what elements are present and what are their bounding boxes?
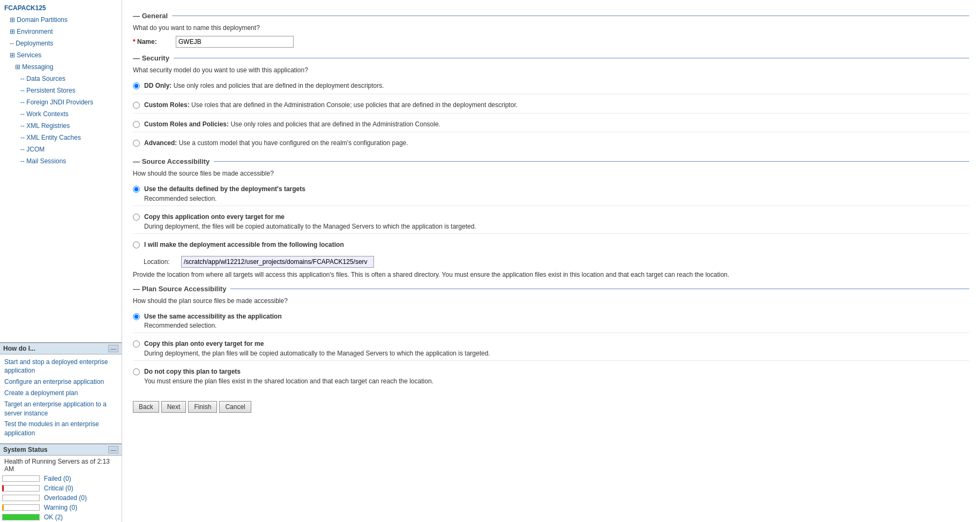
source-section-title: — Source Accessibility [133, 157, 214, 165]
security-radio-sec_advanced[interactable] [133, 140, 140, 147]
source-sublabel-src_defaults: Recommended selection. [144, 195, 305, 202]
plan-radio-plan_same[interactable] [133, 313, 140, 320]
source-option-src_copy: Copy this application onto every target … [133, 209, 969, 234]
howdoi-panel: How do I... — Start and stop a deployed … [0, 343, 122, 444]
source-radio-src_copy[interactable] [133, 214, 140, 221]
security-label-sec_advanced: Advanced: Use a custom model that you ha… [144, 139, 408, 148]
tree-item-messaging[interactable]: ⊞ Messaging [0, 61, 122, 73]
security-label-sec_custom_roles: Custom Roles: Use roles that are defined… [144, 101, 518, 110]
plan-radio-plan_copy[interactable] [133, 341, 140, 347]
main-content: — General What do you want to name this … [122, 0, 980, 522]
security-section-line [174, 58, 969, 58]
security-label-sec_custom_roles_policies: Custom Roles and Policies: Use only role… [144, 120, 440, 129]
security-section-title: — Security [133, 54, 174, 62]
status-label[interactable]: Warning (0) [42, 503, 122, 512]
security-option-sec_custom_roles: Custom Roles: Use roles that are defined… [133, 97, 969, 114]
plan-sublabel-plan_same: Recommended selection. [144, 322, 282, 329]
plan-option-plan_same: Use the same accessibility as the applic… [133, 309, 969, 334]
tree-item-work-contexts[interactable]: -- Work Contexts [0, 108, 122, 120]
security-option-sec_custom_roles_policies: Custom Roles and Policies: Use only role… [133, 117, 969, 133]
tree-panel: FCAPACK125 ⊞ Domain Partitions⊞ Environm… [0, 0, 122, 343]
howdoi-item[interactable]: Test the modules in an enterprise applic… [4, 420, 117, 438]
tree-item-mail-sessions[interactable]: -- Mail Sessions [0, 155, 122, 167]
sysstatus-title: System Status [3, 446, 48, 453]
location-input[interactable] [181, 256, 374, 268]
status-label[interactable]: Failed (0) [42, 474, 122, 483]
howdoi-title: How do I... [3, 345, 35, 352]
security-question: What security model do you want to use w… [133, 66, 969, 74]
required-star: * [133, 38, 136, 46]
plan-section-header: — Plan Source Accessibility [133, 285, 969, 293]
status-label[interactable]: Critical (0) [42, 483, 122, 493]
source-label-src_defaults: Use the defaults defined by the deployme… [144, 185, 305, 193]
button-row: Back Next Finish Cancel [133, 397, 969, 413]
tree-item-xml-registries[interactable]: -- XML Registries [0, 120, 122, 132]
plan-label-plan_copy: Copy this plan onto every target for me [144, 340, 264, 347]
source-sublabel-src_copy: During deployment, the files will be cop… [144, 223, 476, 230]
howdoi-item[interactable]: Configure an enterprise application [4, 377, 117, 387]
tree-root[interactable]: FCAPACK125 [0, 2, 122, 14]
tree-items: ⊞ Domain Partitions⊞ Environment-- Deplo… [0, 14, 122, 167]
source-options: Use the defaults defined by the deployme… [133, 181, 969, 252]
security-radio-sec_custom_roles_policies[interactable] [133, 121, 140, 128]
tree-item-deployments[interactable]: -- Deployments [0, 37, 122, 49]
source-label-src_copy: Copy this application onto every target … [144, 213, 285, 221]
security-radio-sec_custom_roles[interactable] [133, 102, 140, 109]
status-label[interactable]: OK (2) [42, 512, 122, 522]
status-label[interactable]: Overloaded (0) [42, 493, 122, 503]
source-question: How should the source files be made acce… [133, 170, 969, 177]
finish-button[interactable]: Finish [188, 401, 217, 413]
location-row: Location: [144, 256, 969, 268]
plan-radio-plan_nocopy[interactable] [133, 368, 140, 375]
tree-item-jcom[interactable]: -- JCOM [0, 143, 122, 155]
plan-option-plan_copy: Copy this plan onto every target for meD… [133, 336, 969, 361]
source-section-header: — Source Accessibility [133, 157, 969, 165]
howdoi-item[interactable]: Create a deployment plan [4, 389, 117, 398]
security-option-sec_dd: DD Only: Use only roles and policies tha… [133, 78, 969, 94]
plan-sublabel-plan_nocopy: You must ensure the plan files exist in … [144, 377, 433, 385]
name-row: * Name: [133, 36, 969, 48]
next-button[interactable]: Next [161, 401, 186, 413]
status-row: Warning (0) [0, 503, 122, 512]
general-question: What do you want to name this deployment… [133, 24, 969, 32]
source-option-src_location: I will make the deployment accessible fr… [133, 237, 969, 253]
plan-section-title: — Plan Source Accessibility [133, 285, 230, 293]
tree-item-services[interactable]: ⊞ Services [0, 49, 122, 61]
source-radio-src_defaults[interactable] [133, 186, 140, 193]
howdoi-header: How do I... — [0, 343, 122, 354]
howdoi-item[interactable]: Target an enterprise application to a se… [4, 400, 117, 418]
status-row: Overloaded (0) [0, 493, 122, 503]
howdoi-item[interactable]: Start and stop a deployed enterprise app… [4, 358, 117, 376]
source-label-src_location: I will make the deployment accessible fr… [144, 241, 344, 248]
tree-item-domain-partitions[interactable]: ⊞ Domain Partitions [0, 14, 122, 26]
tree-item-foreign-jndi-providers[interactable]: -- Foreign JNDI Providers [0, 96, 122, 108]
cancel-button[interactable]: Cancel [219, 401, 251, 413]
security-radio-sec_dd[interactable] [133, 82, 140, 89]
sysstatus-header: System Status — [0, 444, 122, 456]
general-section-title: — General [133, 12, 172, 20]
sysstatus-collapse-btn[interactable]: — [108, 446, 118, 453]
status-table: Failed (0)Critical (0)Overloaded (0)Warn… [0, 474, 122, 522]
general-section-line [172, 16, 969, 16]
plan-options: Use the same accessibility as the applic… [133, 309, 969, 388]
plan-label-plan_same: Use the same accessibility as the applic… [144, 313, 282, 320]
location-label: Location: [144, 258, 181, 266]
back-button[interactable]: Back [133, 401, 159, 413]
source-radio-src_location[interactable] [133, 241, 140, 248]
tree-item-persistent-stores[interactable]: -- Persistent Stores [0, 85, 122, 96]
health-label: Health of Running Servers as of 2:13 AM [0, 456, 122, 474]
security-section-header: — Security [133, 54, 969, 62]
plan-label-plan_nocopy: Do not copy this plan to targets [144, 368, 241, 375]
plan-option-plan_nocopy: Do not copy this plan to targetsYou must… [133, 364, 969, 388]
sidebar: FCAPACK125 ⊞ Domain Partitions⊞ Environm… [0, 0, 122, 522]
tree-item-xml-entity-caches[interactable]: -- XML Entity Caches [0, 132, 122, 143]
sysstatus-panel: System Status — Health of Running Server… [0, 444, 122, 522]
tree-item-environment[interactable]: ⊞ Environment [0, 26, 122, 37]
tree-item-data-sources[interactable]: -- Data Sources [0, 73, 122, 85]
plan-question: How should the plan source files be made… [133, 297, 969, 305]
name-input[interactable] [176, 36, 294, 48]
security-label-sec_dd: DD Only: Use only roles and policies tha… [144, 81, 384, 90]
security-options: DD Only: Use only roles and policies tha… [133, 78, 969, 151]
howdoi-collapse-btn[interactable]: — [108, 345, 118, 352]
location-info: Provide the location from where all targ… [133, 271, 969, 278]
